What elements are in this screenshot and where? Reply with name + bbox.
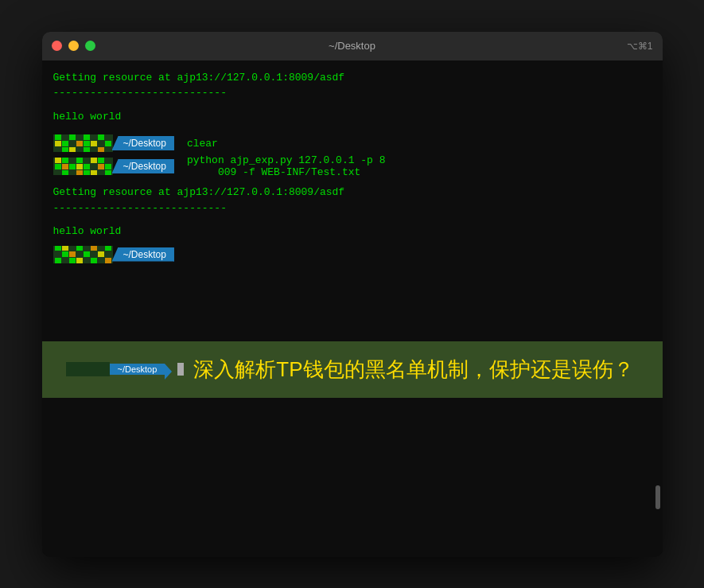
titlebar: ~/Desktop ⌥⌘1 bbox=[42, 32, 663, 60]
prompt-dir-3: ~/Desktop bbox=[112, 247, 174, 262]
output-line-hello2: hello world bbox=[53, 224, 651, 239]
overlay-text: 深入解析TP钱包的黑名单机制，保护还是误伤？ bbox=[193, 356, 633, 384]
terminal-body[interactable]: Getting resource at ajp13://127.0.0.1:80… bbox=[42, 60, 663, 557]
minimize-button[interactable] bbox=[68, 41, 79, 51]
maximize-button[interactable] bbox=[85, 41, 95, 51]
window-shortcut: ⌥⌘1 bbox=[627, 41, 653, 52]
overlay-prompt-mini: ~/Desktop bbox=[66, 362, 185, 376]
window-title: ~/Desktop bbox=[329, 40, 375, 52]
empty-line-1 bbox=[53, 101, 651, 109]
separator-1: ---------------------------- bbox=[53, 85, 651, 101]
prompt-avatar-3 bbox=[53, 246, 113, 263]
terminal-window: ~/Desktop ⌥⌘1 Getting resource at ajp13:… bbox=[42, 32, 663, 557]
overlay-avatar-mini bbox=[66, 362, 110, 376]
output-line-1: Getting resource at ajp13://127.0.0.1:80… bbox=[53, 70, 651, 86]
prompt-row-1: ~/Desktop clear bbox=[53, 134, 651, 152]
overlay-cursor bbox=[177, 363, 184, 376]
output-line-hello1: hello world bbox=[53, 109, 651, 125]
prompt-row-2: ~/Desktop python ajp_exp.py 127.0.0.1 -p… bbox=[53, 154, 651, 178]
prompt-cmd-2: python ajp_exp.py 127.0.0.1 -p 8 009 -f … bbox=[174, 154, 386, 178]
second-block: Getting resource at ajp13://127.0.0.1:80… bbox=[53, 185, 651, 239]
scrollbar[interactable] bbox=[655, 485, 660, 509]
overlay-dir-mini: ~/Desktop bbox=[110, 364, 165, 375]
empty-line-2 bbox=[53, 124, 651, 132]
empty-line-3 bbox=[53, 216, 651, 224]
prompt-row-3: ~/Desktop bbox=[53, 246, 651, 263]
prompt-cmd-1: clear bbox=[174, 138, 218, 150]
separator-2: ---------------------------- bbox=[53, 201, 651, 216]
close-button[interactable] bbox=[52, 41, 62, 51]
traffic-lights bbox=[52, 41, 95, 51]
prompt-avatar-2 bbox=[53, 158, 113, 175]
output-line-2: Getting resource at ajp13://127.0.0.1:80… bbox=[53, 185, 651, 201]
overlay-banner: ~/Desktop 深入解析TP钱包的黑名单机制，保护还是误伤？ bbox=[42, 341, 663, 398]
prompt-dir-2: ~/Desktop bbox=[112, 159, 174, 173]
prompt-dir-1: ~/Desktop bbox=[112, 136, 174, 150]
prompt-avatar-1 bbox=[53, 134, 113, 152]
